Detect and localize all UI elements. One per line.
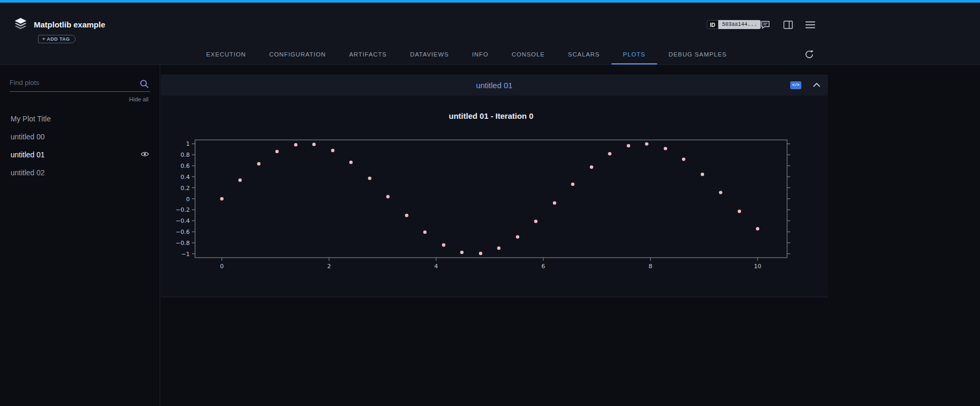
plot-list: My Plot Title untitled 00 untitled 01 un… <box>0 110 160 182</box>
eye-icon[interactable] <box>141 150 149 159</box>
svg-text:0: 0 <box>220 263 224 270</box>
plot-item-label: My Plot Title <box>11 115 51 123</box>
svg-text:0.6: 0.6 <box>181 163 190 169</box>
tab-configuration[interactable]: CONFIGURATION <box>257 44 337 64</box>
svg-text:4: 4 <box>434 263 438 270</box>
tab-bar: EXECUTION CONFIGURATION ARTIFACTS DATAVI… <box>0 44 980 65</box>
plot-panel-title: untitled 01 <box>476 81 512 90</box>
svg-text:1: 1 <box>186 140 190 147</box>
svg-text:−0.2: −0.2 <box>175 206 190 213</box>
tab-execution[interactable]: EXECUTION <box>195 44 257 64</box>
scatter-plot-svg[interactable]: −1−0.8−0.6−0.4−0.200.20.40.60.810246810 <box>161 135 816 273</box>
plot-figure-title: untitled 01 - Iteration 0 <box>161 111 821 122</box>
feedback-icon[interactable] <box>760 19 771 31</box>
experiment-title: Matplotlib example <box>34 20 105 29</box>
tab-dataviews[interactable]: DATAVIEWS <box>399 44 460 64</box>
search-icon[interactable] <box>140 79 149 91</box>
tab-artifacts[interactable]: ARTIFACTS <box>338 44 399 64</box>
plot-panel-header: untitled 01 </> <box>161 74 828 96</box>
tab-scalars[interactable]: SCALARS <box>557 44 612 64</box>
hide-all-link[interactable]: Hide all <box>0 96 149 102</box>
plot-list-item-untitled-01[interactable]: untitled 01 <box>0 146 160 164</box>
plot-item-label: untitled 02 <box>11 168 45 177</box>
svg-text:6: 6 <box>541 263 545 270</box>
app-header: Matplotlib example + ADD TAG ID 503aa144… <box>0 3 980 44</box>
svg-text:0.4: 0.4 <box>181 174 190 181</box>
tab-debug-samples[interactable]: DEBUG SAMPLES <box>657 44 738 64</box>
layout-icon[interactable] <box>782 19 794 31</box>
svg-text:10: 10 <box>754 263 761 270</box>
plot-list-item-my-plot-title[interactable]: My Plot Title <box>0 110 160 128</box>
plot-panel-actions: </> <box>790 74 820 96</box>
logo-icon[interactable] <box>14 17 27 32</box>
plots-sidebar: Hide all My Plot Title untitled 00 untit… <box>0 65 160 406</box>
tab-plots[interactable]: PLOTS <box>612 44 657 64</box>
code-toggle-icon[interactable]: </> <box>790 81 801 89</box>
plot-panel-untitled-01: untitled 01 </> untitled 01 - Iteration … <box>161 74 828 297</box>
svg-text:0.8: 0.8 <box>181 152 190 158</box>
collapse-icon[interactable] <box>813 83 820 87</box>
plots-content: untitled 01 </> untitled 01 - Iteration … <box>161 65 980 406</box>
svg-text:0.2: 0.2 <box>181 185 190 192</box>
id-chip-value[interactable]: 503aa144... <box>718 20 761 29</box>
experiment-id-chip[interactable]: ID 503aa144... <box>707 20 761 29</box>
add-tag-button[interactable]: + ADD TAG <box>38 35 76 43</box>
plot-item-label: untitled 00 <box>11 133 45 141</box>
svg-text:8: 8 <box>649 263 652 270</box>
plot-list-item-untitled-00[interactable]: untitled 00 <box>0 128 160 146</box>
svg-text:0: 0 <box>186 196 190 203</box>
menu-icon[interactable] <box>805 19 816 31</box>
id-chip-label: ID <box>707 20 718 29</box>
search-input[interactable] <box>10 75 150 91</box>
svg-text:2: 2 <box>327 263 331 270</box>
plot-item-label: untitled 01 <box>11 150 45 159</box>
svg-text:−0.8: −0.8 <box>175 240 190 247</box>
svg-text:−0.6: −0.6 <box>175 229 190 235</box>
tabs: EXECUTION CONFIGURATION ARTIFACTS DATAVI… <box>195 44 738 64</box>
svg-text:−1: −1 <box>181 251 190 258</box>
tab-info[interactable]: INFO <box>460 44 500 64</box>
tab-console[interactable]: CONSOLE <box>500 44 557 64</box>
refresh-icon[interactable] <box>804 49 815 60</box>
plot-list-item-untitled-02[interactable]: untitled 02 <box>0 164 160 182</box>
plot-panel-body: untitled 01 - Iteration 0 −1−0.8−0.6−0.4… <box>161 96 828 297</box>
plot-search <box>10 75 150 92</box>
svg-text:−0.4: −0.4 <box>175 218 190 224</box>
